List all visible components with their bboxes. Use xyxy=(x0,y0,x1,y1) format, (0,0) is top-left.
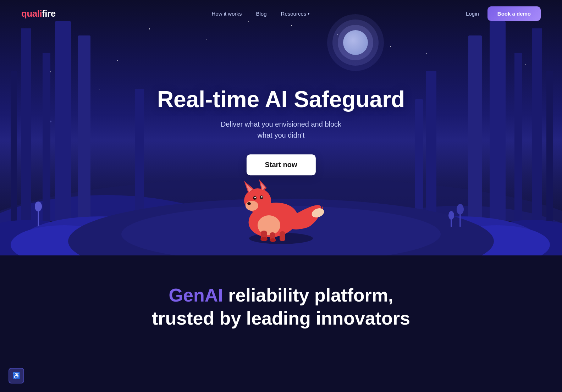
book-demo-button[interactable]: Book a demo xyxy=(487,6,541,21)
hero-title: Real-time AI Safeguard xyxy=(157,87,405,112)
svg-point-41 xyxy=(261,196,263,198)
svg-point-29 xyxy=(448,211,454,220)
navbar: qualifire How it works Blog Resources ▾ … xyxy=(0,0,562,27)
hero-content: Real-time AI Safeguard Deliver what you … xyxy=(157,87,405,175)
svg-point-36 xyxy=(246,201,258,211)
chevron-down-icon: ▾ xyxy=(308,11,310,16)
svg-point-27 xyxy=(35,201,42,211)
svg-rect-16 xyxy=(415,99,423,227)
svg-point-34 xyxy=(258,215,280,235)
start-now-button[interactable]: Start now xyxy=(246,155,315,176)
hero-section: Real-time AI Safeguard Deliver what you … xyxy=(0,0,562,255)
svg-rect-14 xyxy=(468,35,482,227)
login-button[interactable]: Login xyxy=(466,11,479,17)
logo[interactable]: qualifire xyxy=(21,8,56,19)
svg-rect-10 xyxy=(546,71,553,227)
svg-point-31 xyxy=(457,204,464,215)
bottom-heading: GenAI reliability platform, trusted by l… xyxy=(14,284,548,330)
nav-resources[interactable]: Resources ▾ xyxy=(281,11,310,17)
svg-point-53 xyxy=(270,238,276,242)
svg-rect-15 xyxy=(426,71,436,227)
nav-actions: Login Book a demo xyxy=(466,6,541,21)
nav-links: How it works Blog Resources ▾ xyxy=(212,11,310,17)
svg-rect-13 xyxy=(490,21,506,227)
svg-rect-7 xyxy=(11,71,17,227)
svg-rect-12 xyxy=(78,35,90,227)
svg-rect-11 xyxy=(55,21,71,227)
svg-point-52 xyxy=(260,237,268,241)
svg-rect-6 xyxy=(43,53,50,227)
svg-rect-8 xyxy=(532,28,542,227)
bottom-section: GenAI reliability platform, trusted by l… xyxy=(0,255,562,351)
svg-rect-51 xyxy=(280,231,285,241)
svg-rect-17 xyxy=(135,89,144,227)
svg-rect-9 xyxy=(514,53,522,227)
svg-rect-5 xyxy=(21,28,31,227)
hero-subtitle: Deliver what you envisioned and block wh… xyxy=(157,119,405,141)
nav-blog[interactable]: Blog xyxy=(256,11,267,17)
svg-point-40 xyxy=(254,197,256,198)
accessibility-button[interactable]: ♿ xyxy=(9,368,24,383)
nav-how-it-works[interactable]: How it works xyxy=(212,11,242,17)
svg-point-37 xyxy=(247,202,251,205)
